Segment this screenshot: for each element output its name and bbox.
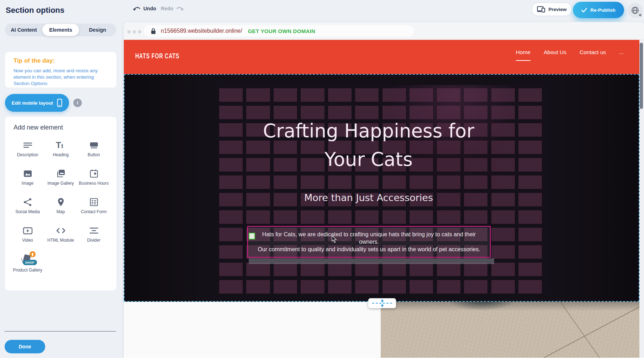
element-heading[interactable]: Tt Heading [44,140,77,168]
info-icon[interactable]: i [73,99,82,107]
hero-heading[interactable]: Crafting Happiness for Your Cats [125,117,613,174]
image-icon [23,168,32,179]
heading-icon: Tt [56,140,66,151]
redo-button[interactable]: Redo [161,6,184,11]
scrollbar-thumb[interactable] [640,43,643,109]
check-icon [581,8,587,12]
page-title: Section options [6,6,64,15]
mobile-phone-icon [57,99,62,107]
element-grid: Description Tt Heading Button Image Imag… [11,140,116,282]
tab-elements[interactable]: Elements [42,24,79,36]
nav-home[interactable]: Home [516,49,530,61]
site-preview-window: n1566589.websitebuilder.online/ GET YOUR… [124,22,644,358]
get-domain-link[interactable]: GET YOUR OWN DOMAIN [248,28,316,34]
add-element-card: Add new element Description Tt Heading B… [5,117,116,290]
tip-title: Tip of the day: [14,57,108,64]
arrow-down-icon [380,299,385,302]
tip-card: Tip of the day: Now you can add, move an… [5,52,116,88]
element-map[interactable]: Map [44,197,77,225]
edit-mobile-layout-button[interactable]: Edit mobile layout [5,94,69,112]
site-url: n1566589.websitebuilder.online/ [161,28,242,34]
image-gallery-icon [56,168,66,179]
panel-divider [5,331,116,332]
element-html-module[interactable]: HTML Module [44,225,77,254]
element-button[interactable]: Button [77,140,110,168]
edit-mobile-layout-label: Edit mobile layout [12,100,53,106]
website-canvas: HATS FOR CATS Home About Us Contact us .… [124,40,639,358]
element-shadow [249,258,494,264]
element-social-media[interactable]: Social Media [11,197,44,225]
element-product-gallery[interactable]: SHOP Product Gallery [11,254,44,282]
section-tabs: AI Content Elements Design [5,23,116,36]
svg-text:t: t [61,143,63,149]
undo-icon [133,6,141,11]
nav-more-icon[interactable]: ... [619,49,624,60]
lock-icon [151,28,156,34]
hero-subheading[interactable]: More than Just Accessories [125,192,613,203]
browser-chrome: n1566589.websitebuilder.online/ GET YOUR… [124,22,644,40]
republish-button[interactable]: Re-Publish [573,2,624,18]
tab-design[interactable]: Design [79,24,116,36]
product-gallery-icon: SHOP [21,254,35,266]
element-image[interactable]: Image [11,168,44,197]
shop-badge: SHOP [23,260,37,265]
button-icon [89,140,99,151]
element-contact-form[interactable]: Contact Form [77,197,110,225]
undo-button[interactable]: Undo [133,6,156,11]
site-logo[interactable]: HATS FOR CATS [135,52,179,60]
language-globe-button[interactable] [628,3,643,18]
nav-contact-us[interactable]: Contact us [580,49,606,60]
preview-button[interactable]: Preview [532,2,572,16]
window-dots [127,30,141,33]
contact-form-icon [89,197,99,207]
map-pin-icon [56,197,65,207]
done-button[interactable]: Done [5,340,45,353]
business-hours-icon [89,168,99,179]
hero-section-selected[interactable]: Crafting Happiness for Your Cats More th… [124,74,639,302]
address-bar[interactable]: n1566589.websitebuilder.online/ GET YOUR… [144,25,414,37]
next-section-background [124,302,381,358]
mouse-cursor [332,236,337,243]
description-icon [23,140,32,151]
element-description[interactable]: Description [11,140,44,168]
add-element-title: Add new element [5,124,116,131]
nav-about-us[interactable]: About Us [544,49,566,60]
site-header: HATS FOR CATS Home About Us Contact us .… [124,40,639,74]
tip-body: Now you can add, move and resize any ele… [14,68,107,87]
site-nav: Home About Us Contact us ... [516,49,624,61]
element-image-gallery[interactable]: Image Gallery [44,168,77,197]
globe-icon [631,6,639,15]
tab-ai-content[interactable]: AI Content [5,24,42,36]
next-section-photo [381,302,639,358]
social-media-icon [23,197,32,207]
element-video[interactable]: Video [11,225,44,254]
redo-icon [176,6,184,11]
upgrade-arrow-icon [30,251,36,257]
divider-icon [89,225,99,236]
globe-status-dot [639,14,642,16]
hero-paragraph[interactable]: Hats for Cats, we are dedicated to craft… [252,231,486,253]
element-divider[interactable]: Divider [77,225,110,254]
devices-icon [537,6,545,12]
selected-text-element[interactable]: Hats for Cats, we are dedicated to craft… [247,226,491,258]
video-icon [23,225,33,236]
arrow-up-icon [380,304,385,307]
section-boundary-dash [372,303,392,304]
html-module-icon [56,225,66,236]
section-resize-handle[interactable] [368,298,396,308]
element-business-hours[interactable]: Business Hours [77,168,110,197]
svg-text:T: T [56,141,61,150]
